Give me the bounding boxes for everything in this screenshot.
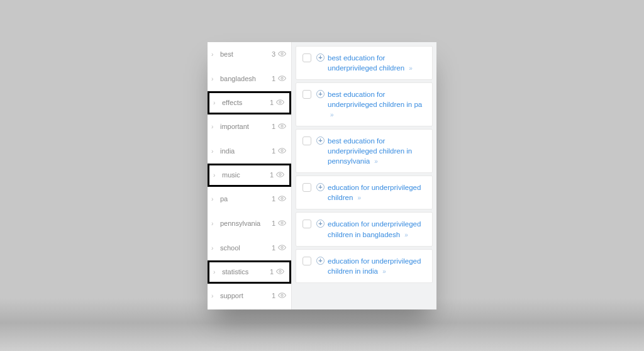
checkbox[interactable] — [303, 53, 311, 62]
result-text: best education for underprivileged child… — [328, 91, 422, 108]
sidebar-item-label: important — [220, 123, 272, 130]
result-text: best education for underprivileged child… — [328, 137, 412, 165]
sidebar-item-effects[interactable]: ›effects1 — [208, 91, 291, 114]
result-row: +education for underprivileged children … — [296, 212, 433, 246]
sidebar-item-label: support — [220, 292, 272, 299]
result-link[interactable]: best education for underprivileged child… — [328, 136, 426, 166]
eye-icon[interactable] — [278, 194, 286, 204]
eye-icon[interactable] — [278, 219, 286, 228]
eye-icon[interactable] — [278, 122, 286, 131]
sidebar-item-count: 1 — [270, 99, 274, 106]
sidebar-item-label: effects — [222, 99, 270, 106]
sidebar-item-label: pennsylvania — [220, 220, 272, 227]
sidebar-item-count: 1 — [272, 244, 275, 252]
sidebar-item-support[interactable]: ›support1 — [208, 284, 291, 308]
svg-point-4 — [281, 149, 283, 151]
svg-point-9 — [279, 270, 281, 272]
checkbox[interactable] — [303, 90, 311, 99]
eye-icon[interactable] — [278, 243, 286, 253]
sidebar-item-count: 1 — [272, 292, 275, 299]
expand-icon[interactable]: + — [316, 257, 325, 265]
result-text: education for underprivileged children — [328, 184, 421, 201]
sidebar-item-label: india — [220, 147, 272, 155]
svg-point-10 — [281, 294, 283, 296]
eye-icon[interactable] — [278, 74, 286, 84]
result-row: +education for underprivileged children … — [296, 176, 433, 209]
double-chevron-icon: » — [404, 231, 408, 238]
sidebar-item-label: music — [222, 171, 270, 179]
eye-icon[interactable] — [276, 267, 284, 277]
keyword-panel: ›best3›bangladesh1›effects1›important1›i… — [208, 42, 436, 309]
checkbox[interactable] — [303, 257, 311, 265]
chevron-right-icon: › — [211, 123, 218, 130]
result-row: +best education for underprivileged chil… — [296, 129, 433, 173]
sidebar-item-count: 1 — [272, 123, 275, 130]
result-row: +best education for underprivileged chil… — [296, 82, 433, 126]
double-chevron-icon: » — [374, 158, 378, 165]
chevron-right-icon: › — [211, 75, 218, 82]
result-row: +education for underprivileged children … — [296, 249, 433, 283]
eye-icon[interactable] — [278, 50, 286, 59]
result-link[interactable]: education for underprivileged children i… — [328, 256, 426, 276]
chevron-right-icon: › — [213, 99, 219, 106]
sidebar-item-count: 1 — [272, 220, 275, 227]
sidebar-item-bangladesh[interactable]: ›bangladesh1 — [208, 67, 291, 91]
eye-icon[interactable] — [276, 170, 284, 180]
svg-point-0 — [281, 52, 283, 54]
double-chevron-icon: » — [382, 268, 386, 275]
sidebar-item-school[interactable]: ›school1 — [208, 236, 291, 260]
chevron-right-icon: › — [211, 245, 218, 252]
eye-icon[interactable] — [278, 291, 286, 301]
eye-icon[interactable] — [278, 147, 286, 156]
result-row: +best education for underprivileged chil… — [296, 46, 433, 80]
result-link[interactable]: best education for underprivileged child… — [328, 53, 426, 73]
sidebar-item-label: school — [220, 244, 272, 252]
expand-icon[interactable]: + — [316, 90, 325, 98]
chevron-right-icon: › — [211, 196, 218, 203]
result-link[interactable]: best education for underprivileged child… — [328, 89, 426, 120]
sidebar-item-count: 1 — [272, 195, 275, 203]
svg-point-6 — [281, 197, 283, 199]
sidebar-item-count: 1 — [272, 147, 275, 155]
checkbox[interactable] — [303, 220, 311, 228]
chevron-right-icon: › — [211, 292, 218, 299]
sidebar-item-pa[interactable]: ›pa1 — [208, 187, 291, 211]
sidebar-item-label: pa — [220, 195, 272, 203]
expand-icon[interactable]: + — [316, 53, 325, 62]
sidebar-item-label: bangladesh — [220, 75, 272, 82]
result-link[interactable]: education for underprivileged children » — [328, 182, 426, 203]
svg-point-7 — [281, 221, 283, 223]
double-chevron-icon: » — [357, 194, 361, 201]
result-text: best education for underprivileged child… — [328, 54, 404, 72]
eye-icon[interactable] — [276, 98, 284, 108]
result-text: education for underprivileged children i… — [328, 257, 421, 275]
sidebar-item-music[interactable]: ›music1 — [208, 164, 291, 187]
checkbox[interactable] — [303, 136, 311, 145]
chevron-right-icon: › — [213, 269, 219, 276]
chevron-right-icon: › — [211, 148, 218, 155]
sidebar-item-label: statistics — [222, 268, 270, 276]
sidebar-item-important[interactable]: ›important1 — [208, 114, 291, 139]
sidebar-item-count: 1 — [270, 268, 274, 276]
sidebar-item-statistics[interactable]: ›statistics1 — [208, 260, 291, 284]
sidebar-filter-list: ›best3›bangladesh1›effects1›important1›i… — [208, 42, 292, 309]
svg-point-3 — [281, 125, 283, 126]
expand-icon[interactable]: + — [316, 220, 325, 228]
sidebar-item-label: best — [220, 50, 272, 58]
double-chevron-icon: » — [330, 111, 334, 118]
sidebar-item-count: 1 — [272, 75, 275, 82]
svg-point-8 — [281, 246, 283, 248]
svg-point-2 — [279, 101, 281, 103]
sidebar-item-pennsylvania[interactable]: ›pennsylvania1 — [208, 211, 291, 236]
sidebar-item-india[interactable]: ›india1 — [208, 139, 291, 164]
chevron-right-icon: › — [211, 51, 218, 58]
chevron-right-icon: › — [213, 172, 219, 179]
expand-icon[interactable]: + — [316, 183, 325, 191]
expand-icon[interactable]: + — [316, 136, 325, 145]
chevron-right-icon: › — [211, 220, 218, 227]
sidebar-item-count: 3 — [272, 50, 275, 58]
sidebar-item-best[interactable]: ›best3 — [208, 42, 291, 67]
result-link[interactable]: education for underprivileged children i… — [328, 219, 426, 239]
double-chevron-icon: » — [409, 65, 413, 72]
checkbox[interactable] — [303, 183, 311, 192]
